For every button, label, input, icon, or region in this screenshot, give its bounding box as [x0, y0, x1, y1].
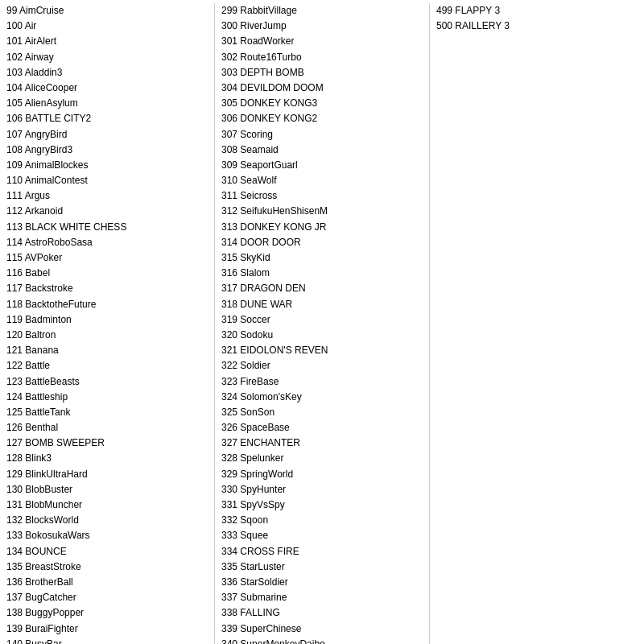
list-item: 310 SeaWolf	[221, 173, 423, 188]
list-item: 335 StarLuster	[221, 559, 423, 575]
list-item-text: 120 Baltron	[6, 329, 56, 341]
list-item-text: 299 RabbitVillage	[221, 5, 297, 16]
list-item-text: 327 ENCHANTER	[221, 437, 300, 448]
list-item-text: 117 Backstroke	[6, 283, 73, 294]
list-item-text: 132 BlocksWorld	[6, 514, 79, 526]
list-item-text: 115 AVPoker	[6, 252, 62, 263]
list-item: 117 Backstroke	[6, 281, 208, 296]
list-item: 138 BuggyPopper	[6, 605, 208, 621]
list-item: 112 Arkanoid	[6, 204, 208, 219]
list-item: 499 FLAPPY 3	[436, 3, 638, 19]
list-item: 125 BattleTank	[6, 405, 208, 420]
list-item: 113 BLACK WHITE CHESS	[6, 220, 208, 235]
list-item-text: 121 Banana	[6, 345, 59, 356]
list-item-text: 331 SpyVsSpy	[221, 499, 285, 510]
list-item-text: 310 SeaWolf	[221, 175, 277, 186]
list-item: 116 Babel	[6, 266, 208, 281]
list-item-text: 313 DONKEY KONG JR	[221, 221, 327, 233]
list-item: 103 Aladdin3	[6, 65, 208, 80]
list-item: 333 Squee	[221, 528, 423, 543]
list-item: 305 DONKEY KONG3	[221, 96, 423, 111]
list-item-text: 320 Sodoku	[221, 329, 273, 341]
list-item: 111 Argus	[6, 188, 208, 204]
list-item-text: 140 BusyBar	[6, 638, 62, 644]
list-item: 308 Seamaid	[221, 142, 423, 158]
list-item: 326 SpaceBase	[221, 420, 423, 436]
list-item: 127 BOMB SWEEPER	[6, 436, 208, 451]
list-item: 315 SkyKid	[221, 250, 423, 266]
list-item-text: 126 Benthal	[6, 422, 58, 433]
list-item: 316 Slalom	[221, 266, 423, 281]
list-item-text: 500 RAILLERY 3	[436, 20, 510, 31]
list-item-text: 317 DRAGON DEN	[221, 283, 306, 294]
list-item: 118 BacktotheFuture	[6, 297, 208, 312]
list-item-text: 302 Route16Turbo	[221, 52, 302, 63]
column-2: 299 RabbitVillage300 RiverJump301 RoadWo…	[215, 3, 430, 644]
list-item-text: 335 StarLuster	[221, 561, 285, 572]
page-container: 99 AimCruise100 Air101 AirAlert102 Airwa…	[0, 0, 644, 644]
list-item-text: 137 BugCatcher	[6, 592, 76, 603]
list-item: 304 DEVILDOM DOOM	[221, 80, 423, 96]
list-item: 313 DONKEY KONG JR	[221, 220, 423, 235]
list-item: 132 BlocksWorld	[6, 513, 208, 528]
list-item-text: 100 Air	[6, 20, 36, 31]
list-item-text: 337 Submarine	[221, 592, 287, 603]
list-item-text: 308 Seamaid	[221, 144, 279, 155]
list-item: 314 DOOR DOOR	[221, 235, 423, 250]
list-item-text: 139 BuraiFighter	[6, 623, 78, 634]
list-item-text: 116 Babel	[6, 267, 50, 279]
list-item-text: 108 AngryBird3	[6, 144, 72, 155]
list-item-text: 133 BokosukaWars	[6, 530, 90, 541]
list-item: 134 BOUNCE	[6, 544, 208, 559]
list-item-text: 122 Battle	[6, 360, 50, 371]
list-item: 330 SpyHunter	[221, 482, 423, 497]
list-item-text: 333 Squee	[221, 530, 268, 541]
list-item-text: 321 EIDOLON'S REVEN	[221, 345, 328, 356]
list-item: 121 Banana	[6, 343, 208, 358]
list-item-text: 325 SonSon	[221, 407, 275, 418]
list-item: 139 BuraiFighter	[6, 621, 208, 637]
list-item-text: 113 BLACK WHITE CHESS	[6, 221, 126, 233]
list-item: 318 DUNE WAR	[221, 297, 423, 312]
list-item: 124 Battleship	[6, 390, 208, 405]
list-item: 119 Badminton	[6, 312, 208, 328]
list-item-text: 105 AlienAsylum	[6, 97, 78, 109]
list-item: 130 BlobBuster	[6, 482, 208, 497]
list-item-text: 305 DONKEY KONG3	[221, 97, 317, 109]
list-item-text: 322 Soldier	[221, 360, 270, 371]
list-item: 321 EIDOLON'S REVEN	[221, 343, 423, 358]
list-item-text: 110 AnimalContest	[6, 175, 88, 186]
list-item: 129 BlinkUltraHard	[6, 467, 208, 482]
column-3: 499 FLAPPY 3500 RAILLERY 3	[430, 3, 644, 644]
list-item: 329 SpringWorld	[221, 467, 423, 482]
list-item: 104 AliceCooper	[6, 80, 208, 96]
list-item-text: 318 DUNE WAR	[221, 299, 292, 310]
list-item-text: 129 BlinkUltraHard	[6, 469, 88, 480]
list-item: 133 BokosukaWars	[6, 528, 208, 543]
list-item-text: 102 Airway	[6, 52, 54, 63]
list-item: 131 BlobMuncher	[6, 497, 208, 513]
list-item-text: 312 SeifukuHenShisenM	[221, 205, 328, 217]
list-item-text: 136 BrotherBall	[6, 576, 73, 588]
list-item-text: 134 BOUNCE	[6, 546, 67, 557]
list-item: 110 AnimalContest	[6, 173, 208, 188]
list-item: 323 FireBase	[221, 374, 423, 390]
list-item: 325 SonSon	[221, 405, 423, 420]
list-item-text: 499 FLAPPY 3	[436, 5, 500, 16]
list-item-text: 339 SuperChinese	[221, 623, 301, 634]
list-item: 337 Submarine	[221, 590, 423, 605]
list-item: 312 SeifukuHenShisenM	[221, 204, 423, 219]
list-item: 328 Spelunker	[221, 451, 423, 466]
list-item-text: 306 DONKEY KONG2	[221, 113, 317, 124]
list-item-text: 125 BattleTank	[6, 407, 70, 418]
list-item-text: 316 Slalom	[221, 267, 270, 279]
list-item-text: 103 Aladdin3	[6, 67, 62, 78]
list-item-text: 329 SpringWorld	[221, 469, 293, 480]
column-1: 99 AimCruise100 Air101 AirAlert102 Airwa…	[0, 3, 215, 644]
list-item-text: 118 BacktotheFuture	[6, 299, 96, 310]
list-item: 136 BrotherBall	[6, 575, 208, 590]
list-item: 302 Route16Turbo	[221, 50, 423, 65]
list-item: 500 RAILLERY 3	[436, 19, 638, 34]
list-item: 137 BugCatcher	[6, 590, 208, 605]
list-item: 309 SeaportGuarl	[221, 158, 423, 173]
